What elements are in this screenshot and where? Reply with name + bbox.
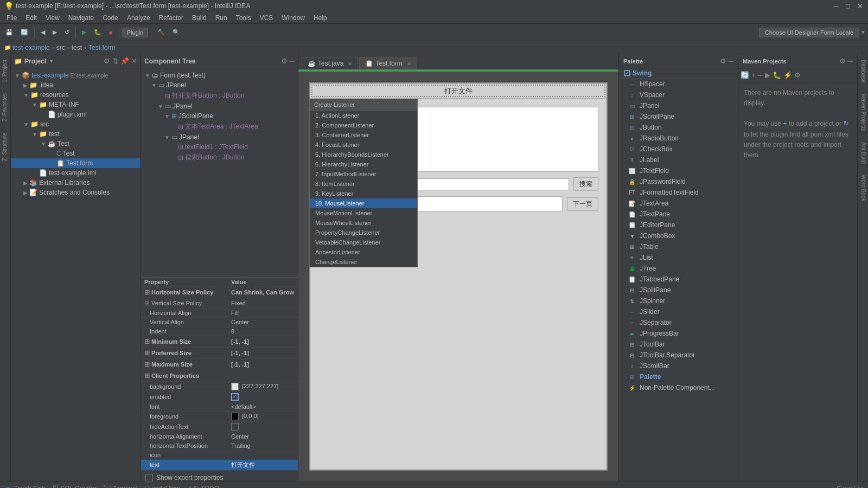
run-button[interactable]: ▶ xyxy=(79,25,90,40)
build-button[interactable]: 🔨 xyxy=(154,25,168,40)
sync-button[interactable]: 🔄 xyxy=(17,25,31,40)
minimize-button[interactable]: ─ xyxy=(832,2,840,10)
palette-jlist[interactable]: ≡ JList xyxy=(619,252,738,263)
form-next-button[interactable]: 下一页 xyxy=(567,197,598,211)
menu-item-file[interactable]: File xyxy=(2,13,21,23)
touch-fish-button[interactable]: 🐟 Touch Fish xyxy=(4,485,46,489)
expand-arrow[interactable]: ▼ xyxy=(23,121,29,127)
comp-jpanel-3[interactable]: ▼ ▭ JPanel xyxy=(141,132,298,142)
show-expert-row[interactable]: Show expert properties xyxy=(141,471,298,481)
maven-side-tab[interactable]: Maven Projects xyxy=(858,88,868,137)
enabled-checkbox[interactable] xyxy=(231,393,239,401)
close-button[interactable]: ✕ xyxy=(856,2,864,10)
tree-item-iml[interactable]: 📄 test-example.iml xyxy=(11,168,141,178)
close-icon[interactable]: ✕ xyxy=(131,57,137,65)
maven-debug-icon[interactable]: 🐛 xyxy=(773,71,781,79)
tab-java-close[interactable]: ✕ xyxy=(348,61,352,67)
menu-item-window[interactable]: Window xyxy=(277,13,309,23)
comp-textarea[interactable]: ⊟ 文本TextArea : JTextArea xyxy=(141,121,298,132)
comp-jscrollpane[interactable]: ▼ ⊞ JScrollPane xyxy=(141,111,298,121)
menu-item-edit[interactable]: Edit xyxy=(21,13,41,23)
event-log-button[interactable]: Event Log xyxy=(837,485,864,489)
dropdown-item-3[interactable]: 4. FocusListener xyxy=(310,140,417,150)
breadcrumb-item[interactable]: 📁 test-example xyxy=(4,44,50,52)
tree-item-plugin-xml[interactable]: 📄 plugin.xml xyxy=(11,110,141,119)
palette-nonpalette[interactable]: ⚡ Non-Palette Component... xyxy=(619,382,738,393)
choose-locale-button[interactable]: Choose UI Designer Form Locale xyxy=(759,28,859,37)
back-button[interactable]: ◀ xyxy=(37,25,48,40)
breadcrumb-test[interactable]: test xyxy=(72,44,82,52)
maven-pin-icon[interactable]: ─ xyxy=(848,57,853,65)
pin-icon[interactable]: 📌 xyxy=(120,57,129,65)
prop-vsize-row[interactable]: ⊞ Vertical Size Policy Fixed xyxy=(141,298,298,308)
menu-item-view[interactable]: View xyxy=(41,13,64,23)
tab-form-close[interactable]: ✕ xyxy=(407,61,411,67)
dropdown-item-9[interactable]: 10. MouseListener xyxy=(310,198,417,208)
expert-checkbox[interactable] xyxy=(145,474,153,481)
tree-item-ext-libs[interactable]: ▶ 📚 External Libraries xyxy=(11,178,141,188)
prop-minsize-row[interactable]: ⊞ Minimum Size [-1, -1] xyxy=(141,336,298,347)
dropdown-item-0[interactable]: 1. ActionListener xyxy=(310,111,417,120)
prop-icon-row[interactable]: icon xyxy=(141,450,298,459)
tab-test-form[interactable]: 📋 Test.form ✕ xyxy=(359,57,417,69)
maven-refresh-icon[interactable]: 🔄 xyxy=(741,71,749,79)
comp-open-btn[interactable]: ⊟ 打开文件Button : JButton xyxy=(141,90,298,101)
form-search-button[interactable]: 搜索 xyxy=(573,177,598,191)
maven-settings-icon[interactable]: ⚙ xyxy=(839,57,846,65)
tree-item-idea[interactable]: ▶ 📁 .idea xyxy=(11,80,141,90)
sql-creator-button[interactable]: 🗄 SQL Creator xyxy=(52,485,97,489)
palette-jscrollpane[interactable]: ⊞ JScrollPane xyxy=(619,111,738,122)
prop-prefsize-row[interactable]: ⊞ Preferred Size [-1, -1] xyxy=(141,347,298,358)
comp-pin-icon[interactable]: ─ xyxy=(290,57,295,65)
expand-arrow[interactable]: ▼ xyxy=(15,73,20,79)
palette-palette[interactable]: ☑ Palette xyxy=(619,371,738,382)
word-side-tab[interactable]: Word Book xyxy=(858,169,868,207)
maven-run-icon[interactable]: ▶ xyxy=(765,71,770,79)
prop-maxsize-row[interactable]: ⊞ Maximum Size [-1, -1] xyxy=(141,358,298,370)
prop-bg-row[interactable]: background [227,227,227] xyxy=(141,381,298,391)
palette-jprogressbar[interactable]: ▰ JProgressBar xyxy=(619,328,738,339)
palette-settings-icon[interactable]: ⚙ xyxy=(720,57,726,65)
prop-halignment-row[interactable]: horizontalAlignment Center xyxy=(141,432,298,441)
maven-add-icon[interactable]: + xyxy=(751,71,756,79)
expand-arrow[interactable]: ▼ xyxy=(32,102,37,108)
structure-side-tab[interactable]: Z: Structure xyxy=(0,127,10,166)
hideaction-checkbox[interactable] xyxy=(231,423,239,431)
comp-settings-icon[interactable]: ⚙ xyxy=(281,57,288,65)
prop-halign-row[interactable]: Horizontal Align Fill xyxy=(141,308,298,317)
tree-item-test-folder[interactable]: ▼ 📁 test xyxy=(11,129,141,139)
expand-arrow[interactable]: ▶ xyxy=(23,82,28,88)
dropdown-item-13[interactable]: VetoableChangeListener xyxy=(310,237,417,247)
palette-jradiobutton[interactable]: ● JRadioButton xyxy=(619,133,738,144)
menu-item-refactor[interactable]: Refactor xyxy=(155,13,188,23)
comp-jpanel-1[interactable]: ▼ ▭ JPanel xyxy=(141,80,298,90)
save-button[interactable]: 💾 xyxy=(2,25,16,40)
palette-jtree[interactable]: 🌲 JTree xyxy=(619,263,738,274)
palette-jsplitpane[interactable]: ⊟ JSplitPane xyxy=(619,285,738,296)
favorites-side-tab[interactable]: 2: Favorites xyxy=(0,88,10,127)
menu-item-vcs[interactable]: VCS xyxy=(256,13,278,23)
maven-settings2-icon[interactable]: ⚙ xyxy=(794,71,801,79)
analyze-button[interactable]: 🔍 xyxy=(169,25,183,40)
comp-form[interactable]: ▼ 🗂 Form (test.Test) xyxy=(141,70,298,80)
dropdown-item-7[interactable]: 8. ItemListener xyxy=(310,179,417,189)
palette-jcheckbox[interactable]: ☑ JCheckBox xyxy=(619,144,738,155)
maven-remove-icon[interactable]: ─ xyxy=(758,71,763,79)
plugin-button[interactable]: Plugin xyxy=(122,28,149,37)
dropdown-item-10[interactable]: MouseMotionListener xyxy=(310,208,417,218)
menu-item-build[interactable]: Build xyxy=(188,13,211,23)
prop-enabled-row[interactable]: enabled xyxy=(141,391,298,402)
palette-jscrollbar[interactable]: ↕ JScrollBar xyxy=(619,361,738,371)
terminal-button[interactable]: ⬛ Terminal xyxy=(103,485,137,489)
palette-jeditorpane[interactable]: 📃 JEditorPane xyxy=(619,220,738,230)
debug-button[interactable]: 🐛 xyxy=(91,25,105,40)
tree-item-resources[interactable]: ▼ 📁 resources xyxy=(11,90,141,100)
expand-arrow[interactable]: ▶ xyxy=(23,190,28,196)
prop-font-row[interactable]: font <default> xyxy=(141,402,298,411)
palette-jbutton[interactable]: ⊟ JButton xyxy=(619,122,738,133)
palette-jpasswordfield[interactable]: 🔒 JPasswordField xyxy=(619,176,738,187)
palette-jspinner[interactable]: ⇅ JSpinner xyxy=(619,296,738,306)
expand-arrow[interactable]: ▼ xyxy=(32,131,37,137)
maximize-button[interactable]: □ xyxy=(844,2,852,10)
tree-item-test-class[interactable]: ▼ ☕ Test xyxy=(11,139,141,149)
